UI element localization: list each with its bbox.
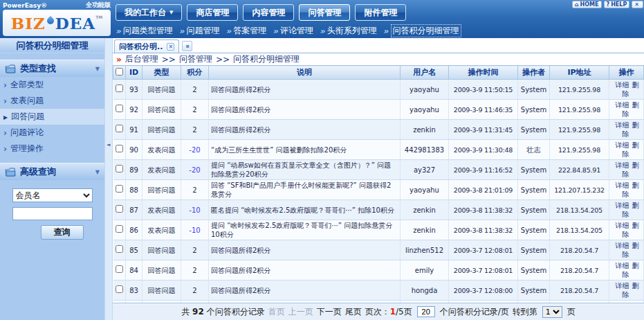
cell-time: 2009-3-8 21:01:09 <box>449 180 518 200</box>
submenu-qa-points-detail[interactable]: »问答积分明细管理 <box>383 24 461 37</box>
cell-username: emily <box>401 260 449 281</box>
row-checkbox[interactable] <box>116 125 123 132</box>
detail-link[interactable]: 详细 <box>616 181 629 189</box>
close-button[interactable]: ✕ <box>632 1 643 8</box>
per-page-input[interactable] <box>417 306 435 317</box>
nav-tab-qa[interactable]: 问答管理 <box>299 4 350 21</box>
row-checkbox[interactable] <box>116 265 123 273</box>
cell-time: 2009-3-9 11:31:45 <box>449 120 518 140</box>
cell-description: 提问 “动易sw如何在首页显示文章全文（含图片）？” 问题扣除悬赏分20积分 <box>209 160 401 180</box>
row-checkbox[interactable] <box>116 145 123 152</box>
detail-link[interactable]: 详细 <box>616 242 629 249</box>
detail-link[interactable]: 详细 <box>616 141 629 149</box>
breadcrumb-qa-manage[interactable]: 问答管理 <box>179 53 212 65</box>
submenu-answer[interactable]: »答案管理 <box>226 25 267 37</box>
row-checkbox[interactable] <box>116 165 123 172</box>
cell-actions: 详细删除 <box>609 140 644 160</box>
nav-tab-shop[interactable]: 商店管理 <box>187 4 238 21</box>
cell-description: 回答问题所得2积分 <box>209 240 401 260</box>
sidebar-item-admin-operation[interactable]: 管理操作 <box>0 141 104 157</box>
cell-operator: System <box>518 80 550 100</box>
type-search-items: 全部类型 发表问题 回答问题 问题评论 管理操作 <box>0 77 104 157</box>
detail-link[interactable]: 详细 <box>616 101 629 109</box>
collapse-section-icon[interactable]: ▼ <box>95 66 100 72</box>
nav-tab-workbench[interactable]: 我的工作台 ▼ <box>116 4 182 21</box>
cell-actions: 详细删除 <box>609 80 644 100</box>
detail-link[interactable]: 详细 <box>616 202 629 209</box>
cell-id: 84 <box>126 260 142 281</box>
sidebar-collapse-icon[interactable]: ◄ <box>107 142 110 148</box>
breadcrumb: » 后台管理 >> 问答管理 >> 问答积分明细管理 <box>113 53 644 65</box>
home-button[interactable]: ⌂ HOME <box>572 1 602 8</box>
row-checkbox[interactable] <box>116 285 123 293</box>
row-checkbox[interactable] <box>116 225 123 233</box>
submenu-question[interactable]: »问题管理 <box>179 25 220 37</box>
col-ip: IP地址 <box>550 66 609 80</box>
breadcrumb-qa-points-detail: 问答积分明细管理 <box>233 53 300 65</box>
folder-icon <box>5 168 16 177</box>
first-page-link[interactable]: 首页 <box>268 306 285 318</box>
prev-page-link[interactable]: 上一页 <box>288 306 313 318</box>
sidebar: 问答积分明细管理 类型查找 ▼ 全部类型 发表问题 回答问题 问题评论 管理操作… <box>0 38 104 320</box>
col-username: 用户名 <box>401 66 449 80</box>
detail-link[interactable]: 详细 <box>616 161 629 169</box>
col-operator: 操作者 <box>518 66 550 80</box>
cell-time: 2009-3-7 12:08:00 <box>449 281 518 301</box>
sidebar-section-type-search[interactable]: 类型查找 ▼ <box>0 60 104 77</box>
cell-id: 87 <box>126 200 142 220</box>
cell-time: 2009-3-9 11:50:15 <box>449 80 518 100</box>
detail-link[interactable]: 详细 <box>616 222 629 229</box>
nav-tab-attachment[interactable]: 附件管理 <box>355 4 406 21</box>
total-count: 92 <box>192 307 204 317</box>
water-drop-icon <box>46 15 55 25</box>
query-input[interactable] <box>12 207 93 220</box>
chevron-icon: » <box>273 26 278 36</box>
submenu-comment[interactable]: »评论管理 <box>273 25 313 37</box>
submenu-question-type[interactable]: »问题类型管理 <box>116 25 173 37</box>
table-row: 83 回答问题 2 回答问题所得2积分 hongda 2009-3-7 12:0… <box>113 281 644 301</box>
cell-type: 回答问题 <box>142 260 181 281</box>
cell-actions: 详细删除 <box>609 180 644 200</box>
detail-link[interactable]: 详细 <box>616 262 629 269</box>
cell-description: 回答问题所得2积分 <box>209 281 401 301</box>
row-checkbox[interactable] <box>116 85 123 92</box>
sidebar-item-answer-question[interactable]: 回答问题 <box>0 109 104 125</box>
cell-score: -10 <box>181 200 209 220</box>
last-page-link[interactable]: 尾页 <box>345 306 362 318</box>
row-checkbox[interactable] <box>116 185 123 193</box>
tab-close-icon[interactable]: × <box>167 43 174 51</box>
row-checkbox-cell <box>113 180 126 200</box>
detail-link[interactable]: 详细 <box>616 121 629 129</box>
new-tab-button[interactable]: ▪ <box>182 41 192 51</box>
submenu-title-series[interactable]: »头衔系列管理 <box>320 25 377 37</box>
close-icon: ✕ <box>634 2 639 8</box>
goto-page-select[interactable]: 1 <box>542 306 562 318</box>
select-all-checkbox[interactable] <box>116 68 123 75</box>
sidebar-item-question-comment[interactable]: 问题评论 <box>0 125 104 141</box>
breadcrumb-backend[interactable]: 后台管理 <box>125 53 158 65</box>
sidebar-splitter[interactable]: ◄ <box>104 38 113 320</box>
help-button[interactable]: ? HELP <box>604 1 630 8</box>
table-row: 91 回答问题 2 回答问题所得2积分 zenkin 2009-3-9 11:3… <box>113 120 644 140</box>
cell-type: 回答问题 <box>142 80 181 100</box>
collapse-section-icon[interactable]: ▼ <box>95 169 100 175</box>
row-checkbox[interactable] <box>116 245 123 253</box>
cell-ip: 218.20.54.7 <box>550 281 609 301</box>
advanced-query-form: 会员名 查询 <box>0 180 104 240</box>
nav-tab-content[interactable]: 内容管理 <box>243 4 294 21</box>
sidebar-item-all-types[interactable]: 全部类型 <box>0 77 104 93</box>
row-checkbox[interactable] <box>116 105 123 112</box>
next-page-link[interactable]: 下一页 <box>317 306 342 318</box>
tab-qa-points[interactable]: 问答积分明.. × <box>114 39 179 53</box>
cell-username: zenkin <box>401 220 449 240</box>
search-button[interactable]: 查询 <box>41 225 84 240</box>
row-checkbox[interactable] <box>116 205 123 213</box>
detail-link[interactable]: 详细 <box>616 81 629 89</box>
sidebar-item-post-question[interactable]: 发表问题 <box>0 93 104 109</box>
member-field-select[interactable]: 会员名 <box>12 188 93 202</box>
cell-ip: 121.9.255.98 <box>550 100 609 120</box>
logo-text-biz: BIZ <box>11 14 46 33</box>
detail-link[interactable]: 详细 <box>616 282 629 290</box>
sidebar-section-advanced-query[interactable]: 高级查询 ▼ <box>0 163 104 180</box>
cell-time: 2009-3-7 12:08:01 <box>449 260 518 281</box>
